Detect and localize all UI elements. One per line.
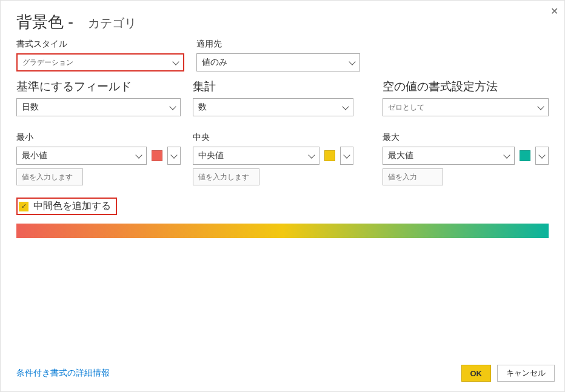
apply-to-value: 値のみ — [202, 57, 227, 68]
center-value-input[interactable] — [193, 168, 259, 185]
diverging-checkbox[interactable]: ✓ — [19, 202, 28, 211]
chevron-down-icon — [171, 151, 178, 158]
chevron-down-icon — [308, 151, 315, 158]
dialog-title: 背景色 - — [16, 12, 73, 33]
apply-to-label: 適用先 — [196, 39, 360, 50]
min-label: 最小 — [16, 132, 181, 143]
center-select[interactable]: 中央値 — [193, 147, 319, 165]
format-style-value: グラデーション — [22, 58, 73, 68]
diverging-checkbox-label: 中間色を追加する — [33, 200, 111, 213]
chevron-down-icon — [343, 151, 350, 158]
min-select[interactable]: 最小値 — [16, 147, 147, 165]
close-icon[interactable]: ✕ — [550, 5, 558, 17]
gradient-preview — [16, 224, 549, 238]
min-value-input[interactable] — [16, 168, 83, 185]
max-select[interactable]: 最大値 — [383, 147, 515, 165]
chevron-down-icon — [136, 151, 142, 158]
center-color-inner — [324, 150, 335, 161]
apply-to-select[interactable]: 値のみ — [196, 53, 360, 71]
max-select-value: 最大値 — [388, 150, 413, 161]
empty-values-label: 空の値の書式設定方法 — [383, 79, 549, 95]
summarization-select[interactable]: 数 — [193, 98, 353, 116]
empty-values-select[interactable]: ゼロとして — [383, 98, 549, 116]
base-field-label: 基準にするフィールド — [16, 79, 181, 95]
ok-button[interactable]: OK — [461, 365, 492, 382]
center-color-dropdown[interactable] — [340, 147, 353, 165]
min-select-value: 最小値 — [22, 150, 47, 161]
max-color-dropdown[interactable] — [535, 147, 549, 165]
chevron-down-icon — [538, 151, 545, 158]
format-style-select[interactable]: グラデーション — [16, 53, 184, 71]
base-field-value: 日数 — [22, 102, 39, 113]
center-color-swatch[interactable] — [323, 147, 336, 165]
chevron-down-icon — [342, 103, 349, 110]
summarization-value: 数 — [198, 102, 207, 113]
summarization-label: 集計 — [193, 79, 353, 95]
chevron-down-icon — [170, 103, 176, 110]
chevron-down-icon — [172, 58, 179, 65]
center-select-value: 中央値 — [198, 150, 224, 161]
min-color-dropdown[interactable] — [167, 147, 181, 165]
learn-more-link[interactable]: 条件付き書式の詳細情報 — [16, 368, 110, 379]
max-color-inner — [520, 150, 530, 161]
min-color-inner — [152, 150, 162, 161]
base-field-select[interactable]: 日数 — [16, 98, 181, 116]
center-label: 中央 — [193, 132, 353, 143]
category-label: カテゴリ — [88, 15, 136, 32]
cancel-button[interactable]: キャンセル — [497, 365, 555, 382]
max-value-input[interactable] — [383, 168, 443, 185]
chevron-down-icon — [537, 103, 544, 110]
empty-values-value: ゼロとして — [388, 102, 424, 113]
chevron-down-icon — [349, 58, 355, 65]
max-label: 最大 — [383, 132, 549, 143]
diverging-checkbox-row[interactable]: ✓ 中間色を追加する — [16, 198, 117, 215]
min-color-swatch[interactable] — [150, 147, 164, 165]
max-color-swatch[interactable] — [518, 147, 532, 165]
format-style-label: 書式スタイル — [16, 39, 184, 50]
chevron-down-icon — [503, 151, 510, 158]
